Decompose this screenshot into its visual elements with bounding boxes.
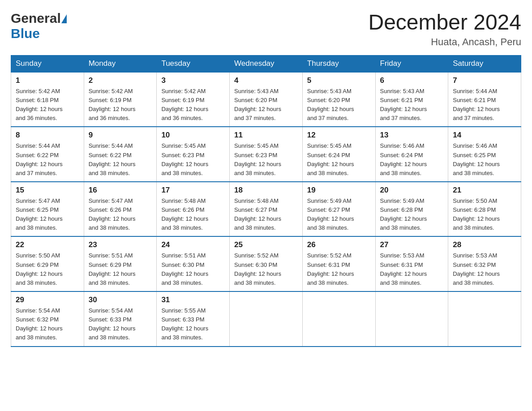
day-number: 9 bbox=[89, 131, 152, 140]
day-info: Sunrise: 5:52 AMSunset: 6:31 PMDaylight:… bbox=[307, 251, 371, 287]
table-row: 9Sunrise: 5:44 AMSunset: 6:22 PMDaylight… bbox=[84, 127, 157, 182]
table-row: 12Sunrise: 5:45 AMSunset: 6:24 PMDayligh… bbox=[302, 127, 375, 182]
table-row: 10Sunrise: 5:45 AMSunset: 6:23 PMDayligh… bbox=[157, 127, 230, 182]
location-text: Huata, Ancash, Peru bbox=[368, 36, 521, 48]
table-row bbox=[230, 291, 303, 347]
table-row: 29Sunrise: 5:54 AMSunset: 6:32 PMDayligh… bbox=[11, 291, 84, 347]
table-row: 26Sunrise: 5:52 AMSunset: 6:31 PMDayligh… bbox=[302, 236, 375, 291]
day-number: 31 bbox=[161, 295, 225, 304]
table-row: 30Sunrise: 5:54 AMSunset: 6:33 PMDayligh… bbox=[84, 291, 157, 347]
logo-arrow-icon bbox=[61, 14, 67, 23]
day-number: 15 bbox=[16, 186, 79, 195]
day-number: 28 bbox=[453, 240, 516, 249]
day-info: Sunrise: 5:43 AMSunset: 6:20 PMDaylight:… bbox=[307, 87, 371, 123]
table-row: 17Sunrise: 5:48 AMSunset: 6:26 PMDayligh… bbox=[157, 182, 230, 237]
table-row: 21Sunrise: 5:50 AMSunset: 6:28 PMDayligh… bbox=[448, 182, 521, 237]
table-row bbox=[448, 291, 521, 347]
day-number: 1 bbox=[16, 76, 79, 85]
day-info: Sunrise: 5:52 AMSunset: 6:30 PMDaylight:… bbox=[234, 251, 298, 287]
day-number: 25 bbox=[234, 240, 298, 249]
page-header: General Blue December 2024 Huata, Ancash… bbox=[11, 11, 521, 48]
day-info: Sunrise: 5:43 AMSunset: 6:21 PMDaylight:… bbox=[380, 87, 444, 123]
day-info: Sunrise: 5:49 AMSunset: 6:28 PMDaylight:… bbox=[380, 197, 444, 233]
day-info: Sunrise: 5:50 AMSunset: 6:28 PMDaylight:… bbox=[453, 197, 516, 233]
day-info: Sunrise: 5:45 AMSunset: 6:24 PMDaylight:… bbox=[307, 141, 371, 178]
day-number: 30 bbox=[89, 295, 152, 304]
table-row: 19Sunrise: 5:49 AMSunset: 6:27 PMDayligh… bbox=[302, 182, 375, 237]
header-friday: Friday bbox=[375, 55, 448, 72]
day-number: 22 bbox=[16, 240, 79, 249]
header-sunday: Sunday bbox=[11, 55, 84, 72]
table-row: 27Sunrise: 5:53 AMSunset: 6:31 PMDayligh… bbox=[375, 236, 448, 291]
day-number: 23 bbox=[89, 240, 152, 249]
day-number: 13 bbox=[380, 131, 444, 140]
day-info: Sunrise: 5:45 AMSunset: 6:23 PMDaylight:… bbox=[161, 141, 225, 178]
day-info: Sunrise: 5:45 AMSunset: 6:23 PMDaylight:… bbox=[234, 141, 298, 178]
logo-general-text: General bbox=[11, 11, 61, 26]
day-info: Sunrise: 5:48 AMSunset: 6:27 PMDaylight:… bbox=[234, 197, 298, 233]
day-info: Sunrise: 5:42 AMSunset: 6:19 PMDaylight:… bbox=[161, 87, 225, 123]
day-info: Sunrise: 5:53 AMSunset: 6:32 PMDaylight:… bbox=[453, 251, 516, 287]
table-row: 20Sunrise: 5:49 AMSunset: 6:28 PMDayligh… bbox=[375, 182, 448, 237]
table-row: 16Sunrise: 5:47 AMSunset: 6:26 PMDayligh… bbox=[84, 182, 157, 237]
day-info: Sunrise: 5:49 AMSunset: 6:27 PMDaylight:… bbox=[307, 197, 371, 233]
week-row-3: 15Sunrise: 5:47 AMSunset: 6:25 PMDayligh… bbox=[11, 182, 521, 237]
day-info: Sunrise: 5:47 AMSunset: 6:26 PMDaylight:… bbox=[89, 197, 152, 233]
table-row: 2Sunrise: 5:42 AMSunset: 6:19 PMDaylight… bbox=[84, 72, 157, 127]
day-info: Sunrise: 5:43 AMSunset: 6:20 PMDaylight:… bbox=[234, 87, 298, 123]
table-row: 31Sunrise: 5:55 AMSunset: 6:33 PMDayligh… bbox=[157, 291, 230, 347]
day-info: Sunrise: 5:53 AMSunset: 6:31 PMDaylight:… bbox=[380, 251, 444, 287]
table-row: 13Sunrise: 5:46 AMSunset: 6:24 PMDayligh… bbox=[375, 127, 448, 182]
day-info: Sunrise: 5:50 AMSunset: 6:29 PMDaylight:… bbox=[16, 251, 79, 287]
calendar-table: SundayMondayTuesdayWednesdayThursdayFrid… bbox=[11, 55, 521, 347]
day-info: Sunrise: 5:55 AMSunset: 6:33 PMDaylight:… bbox=[161, 306, 225, 342]
table-row: 15Sunrise: 5:47 AMSunset: 6:25 PMDayligh… bbox=[11, 182, 84, 237]
table-row: 1Sunrise: 5:42 AMSunset: 6:18 PMDaylight… bbox=[11, 72, 84, 127]
day-info: Sunrise: 5:51 AMSunset: 6:29 PMDaylight:… bbox=[89, 251, 152, 287]
day-number: 21 bbox=[453, 186, 516, 195]
table-row: 14Sunrise: 5:46 AMSunset: 6:25 PMDayligh… bbox=[448, 127, 521, 182]
week-row-2: 8Sunrise: 5:44 AMSunset: 6:22 PMDaylight… bbox=[11, 127, 521, 182]
day-number: 10 bbox=[161, 131, 225, 140]
day-info: Sunrise: 5:44 AMSunset: 6:22 PMDaylight:… bbox=[16, 141, 79, 178]
day-number: 12 bbox=[307, 131, 371, 140]
day-number: 24 bbox=[161, 240, 225, 249]
day-number: 17 bbox=[161, 186, 225, 195]
header-monday: Monday bbox=[84, 55, 157, 72]
day-number: 5 bbox=[307, 76, 371, 85]
day-number: 3 bbox=[161, 76, 225, 85]
table-row: 25Sunrise: 5:52 AMSunset: 6:30 PMDayligh… bbox=[230, 236, 303, 291]
day-number: 20 bbox=[380, 186, 444, 195]
day-info: Sunrise: 5:48 AMSunset: 6:26 PMDaylight:… bbox=[161, 197, 225, 233]
day-number: 16 bbox=[89, 186, 152, 195]
header-thursday: Thursday bbox=[302, 55, 375, 72]
table-row: 3Sunrise: 5:42 AMSunset: 6:19 PMDaylight… bbox=[157, 72, 230, 127]
logo-blue-text: Blue bbox=[11, 26, 40, 41]
header-tuesday: Tuesday bbox=[157, 55, 230, 72]
day-number: 2 bbox=[89, 76, 152, 85]
table-row: 7Sunrise: 5:44 AMSunset: 6:21 PMDaylight… bbox=[448, 72, 521, 127]
day-info: Sunrise: 5:46 AMSunset: 6:25 PMDaylight:… bbox=[453, 141, 516, 178]
day-info: Sunrise: 5:47 AMSunset: 6:25 PMDaylight:… bbox=[16, 197, 79, 233]
day-number: 19 bbox=[307, 186, 371, 195]
table-row: 8Sunrise: 5:44 AMSunset: 6:22 PMDaylight… bbox=[11, 127, 84, 182]
day-info: Sunrise: 5:44 AMSunset: 6:22 PMDaylight:… bbox=[89, 141, 152, 178]
week-row-5: 29Sunrise: 5:54 AMSunset: 6:32 PMDayligh… bbox=[11, 291, 521, 347]
header-wednesday: Wednesday bbox=[230, 55, 303, 72]
day-number: 8 bbox=[16, 131, 79, 140]
calendar-header-row: SundayMondayTuesdayWednesdayThursdayFrid… bbox=[11, 55, 521, 72]
day-info: Sunrise: 5:54 AMSunset: 6:33 PMDaylight:… bbox=[89, 306, 152, 342]
day-info: Sunrise: 5:51 AMSunset: 6:30 PMDaylight:… bbox=[161, 251, 225, 287]
table-row: 6Sunrise: 5:43 AMSunset: 6:21 PMDaylight… bbox=[375, 72, 448, 127]
table-row bbox=[375, 291, 448, 347]
table-row: 23Sunrise: 5:51 AMSunset: 6:29 PMDayligh… bbox=[84, 236, 157, 291]
day-number: 6 bbox=[380, 76, 444, 85]
day-info: Sunrise: 5:44 AMSunset: 6:21 PMDaylight:… bbox=[453, 87, 516, 123]
table-row bbox=[302, 291, 375, 347]
day-number: 14 bbox=[453, 131, 516, 140]
header-saturday: Saturday bbox=[448, 55, 521, 72]
day-number: 26 bbox=[307, 240, 371, 249]
day-info: Sunrise: 5:42 AMSunset: 6:18 PMDaylight:… bbox=[16, 87, 79, 123]
day-number: 4 bbox=[234, 76, 298, 85]
month-title: December 2024 bbox=[368, 11, 521, 34]
